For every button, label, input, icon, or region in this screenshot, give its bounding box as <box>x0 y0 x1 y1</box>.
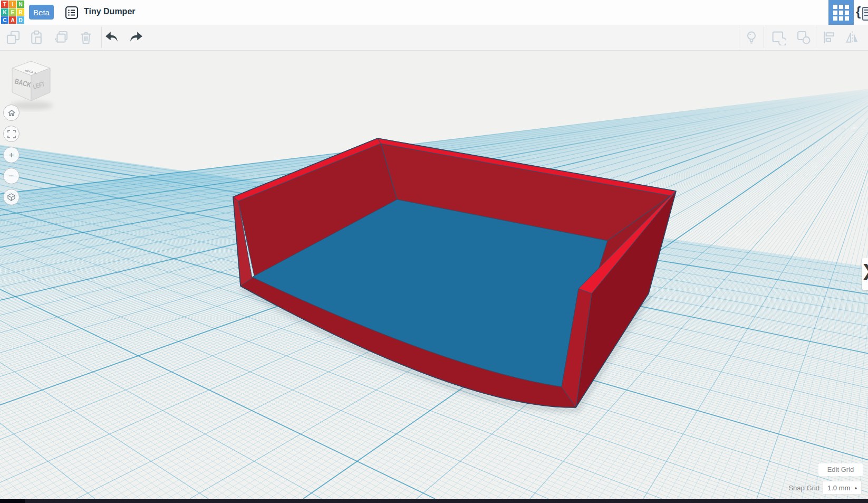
fit-view-icon <box>7 130 16 138</box>
edit-grid-button[interactable]: Edit Grid <box>818 463 863 476</box>
toolbar-separator <box>764 27 764 48</box>
redo-button[interactable] <box>128 30 143 45</box>
zoom-in-button[interactable]: + <box>3 147 20 163</box>
tinkercad-logo[interactable]: TINKERCAD <box>1 1 26 24</box>
logo-tile: K <box>1 8 8 16</box>
undo-icon <box>104 30 120 45</box>
taskbar-strip <box>0 499 868 503</box>
beta-button[interactable]: Beta <box>29 5 54 20</box>
grid-icon <box>833 5 849 21</box>
mirror-button[interactable] <box>844 30 860 45</box>
toolbar-separator <box>816 27 816 48</box>
logo-tile: R <box>17 8 24 16</box>
lightbulb-icon <box>744 30 759 45</box>
toolbar-separator <box>739 27 739 48</box>
logo-tile: A <box>9 16 16 24</box>
mirror-icon <box>845 30 860 45</box>
toolbar-separator <box>101 27 102 48</box>
zoom-out-button[interactable]: − <box>3 168 20 184</box>
snap-grid-value: 1.0 mm <box>823 484 854 492</box>
taskbar-left-segment <box>0 499 25 503</box>
dashboard-grid-button[interactable] <box>828 0 854 25</box>
design-properties-icon[interactable] <box>65 6 79 22</box>
panel-toggle-chevron[interactable]: ❯ <box>861 261 868 280</box>
design-title[interactable]: Tiny Dumper <box>84 7 136 16</box>
logo-tile: I <box>9 1 16 8</box>
beta-label: Beta <box>33 8 50 17</box>
fit-view-button[interactable] <box>3 126 20 142</box>
perspective-icon <box>7 193 16 202</box>
ungroup-button[interactable] <box>796 30 812 45</box>
minus-glyph: − <box>9 171 14 182</box>
paste-icon <box>29 30 44 45</box>
home-view-button[interactable] <box>3 105 20 121</box>
ungroup-icon <box>796 30 812 45</box>
duplicate-icon <box>53 30 69 45</box>
logo-tile: D <box>17 16 24 24</box>
logo-tile: T <box>1 1 8 8</box>
logo-tile: E <box>9 8 16 16</box>
snap-grid-dropdown[interactable]: 1.0 mm ▲ <box>823 481 862 495</box>
group-button[interactable] <box>770 30 786 45</box>
snap-grid-label: Snap Grid <box>788 484 819 492</box>
show-all-button[interactable] <box>744 30 759 45</box>
view-cube[interactable]: TOP BACK LEFT <box>7 59 56 112</box>
group-icon <box>770 30 786 45</box>
scene-svg <box>0 0 868 503</box>
top-app-bar: TINKERCAD Beta Tiny Dumper { <box>0 0 868 25</box>
copy-button[interactable] <box>5 30 21 45</box>
edit-toolbar <box>0 25 868 51</box>
logo-tile: N <box>17 1 24 8</box>
plus-glyph: + <box>9 150 14 160</box>
paste-button[interactable] <box>28 30 44 45</box>
redo-icon <box>128 30 143 45</box>
codeblocks-brace[interactable]: { <box>856 4 861 19</box>
delete-button[interactable] <box>78 30 94 45</box>
home-icon <box>7 109 16 117</box>
logo-tile: C <box>1 16 8 24</box>
copy-icon <box>6 30 21 45</box>
align-button[interactable] <box>821 30 837 45</box>
undo-button[interactable] <box>104 30 120 45</box>
trash-icon <box>79 30 93 45</box>
align-icon <box>822 30 836 45</box>
duplicate-button[interactable] <box>53 30 69 45</box>
perspective-toggle-button[interactable] <box>3 189 20 205</box>
dropdown-arrow-icon: ▲ <box>854 486 861 490</box>
viewport-3d[interactable] <box>0 0 868 499</box>
codeblocks-icon[interactable] <box>862 7 868 21</box>
